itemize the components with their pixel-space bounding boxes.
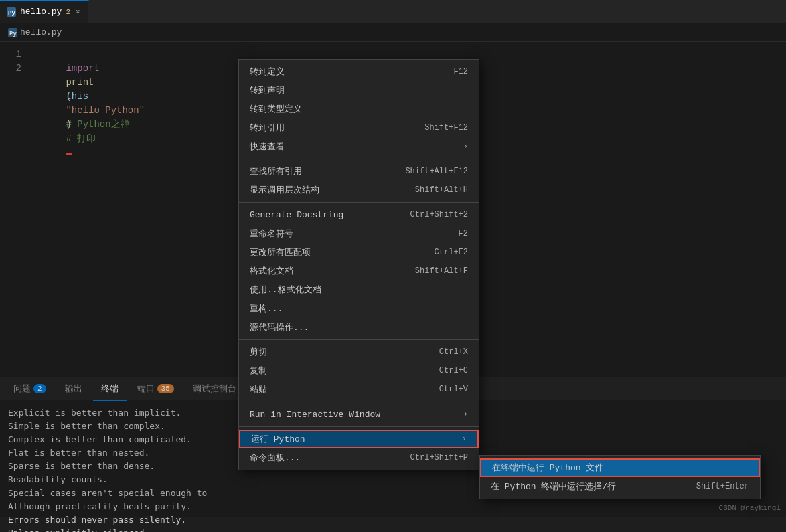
- menu-item-source-action[interactable]: 源代码操作...: [239, 318, 479, 337]
- run-python-arrow: ›: [462, 434, 467, 444]
- menu-item-goto-type[interactable]: 转到类型定义: [239, 100, 479, 118]
- menu-item-refactor[interactable]: 重构...: [239, 299, 479, 318]
- context-menu: 转到定义 F12 转到声明 转到类型定义 转到引用 Shift+F12 快速查看…: [238, 59, 479, 470]
- separator-4: [239, 402, 479, 402]
- menu-label-find-all-ref: 查找所有引用: [250, 165, 394, 177]
- menu-item-goto-decl[interactable]: 转到声明: [239, 81, 479, 100]
- menu-label-command-palette: 命令面板...: [250, 452, 400, 464]
- menu-label-format-doc-with: 使用..格式化文档: [250, 284, 468, 296]
- watermark: CSDN @raykingl: [719, 504, 781, 512]
- menu-item-quick-look[interactable]: 快速查看 ›: [239, 137, 479, 156]
- menu-item-command-palette[interactable]: 命令面板... Ctrl+Shift+P: [239, 448, 479, 467]
- menu-label-quick-look: 快速查看: [250, 141, 458, 153]
- submenu-item-run-selection[interactable]: 在 Python 终端中运行选择/行 Shift+Enter: [480, 477, 760, 496]
- terminal-line-10: Unless explicitly silenced.: [8, 527, 778, 532]
- menu-label-rename: 重命名符号: [250, 228, 448, 240]
- quick-look-arrow: ›: [463, 142, 468, 151]
- menu-shortcut-rename: F2: [459, 229, 468, 238]
- menu-item-find-all-ref[interactable]: 查找所有引用 Shift+Alt+F12: [239, 162, 479, 181]
- menu-shortcut-copy: Ctrl+C: [439, 366, 468, 375]
- menu-item-run-interactive[interactable]: Run in Interactive Window ›: [239, 405, 479, 424]
- menu-label-goto-type: 转到类型定义: [250, 103, 468, 115]
- menu-label-goto-def: 转到定义: [250, 66, 443, 78]
- tab-filename: hello.py: [20, 7, 62, 17]
- tab-close-button[interactable]: ×: [74, 7, 82, 17]
- menu-shortcut-call-hierarchy: Shift+Alt+H: [415, 185, 468, 195]
- submenu-item-run-in-terminal[interactable]: 在终端中运行 Python 文件: [480, 458, 760, 477]
- menu-shortcut-find-all-ref: Shift+Alt+F12: [405, 167, 468, 176]
- tab-hello-py[interactable]: Py hello.py 2 ×: [0, 0, 89, 23]
- menu-label-run-interactive: Run in Interactive Window: [250, 410, 458, 420]
- menu-item-format-doc[interactable]: 格式化文档 Shift+Alt+F: [239, 262, 479, 280]
- submenu-shortcut-run-selection: Shift+Enter: [696, 482, 749, 491]
- submenu-label-run-in-terminal: 在终端中运行 Python 文件: [492, 462, 603, 474]
- menu-item-call-hierarchy[interactable]: 显示调用层次结构 Shift+Alt+H: [239, 181, 479, 199]
- menu-label-cut: 剪切: [250, 346, 428, 358]
- menu-item-gen-docstring[interactable]: Generate Docstring Ctrl+Shift+2: [239, 205, 479, 224]
- menu-item-format-doc-with[interactable]: 使用..格式化文档: [239, 280, 479, 299]
- menu-shortcut-change-all: Ctrl+F2: [435, 248, 468, 257]
- menu-shortcut-command-palette: Ctrl+Shift+P: [410, 453, 468, 462]
- submenu-run-python: 在终端中运行 Python 文件 在 Python 终端中运行选择/行 Shif…: [479, 455, 761, 499]
- separator-3: [239, 339, 479, 340]
- python-file-icon: Py: [7, 7, 16, 17]
- menu-item-goto-def[interactable]: 转到定义 F12: [239, 62, 479, 81]
- menu-label-call-hierarchy: 显示调用层次结构: [250, 184, 404, 196]
- menu-item-paste[interactable]: 粘贴 Ctrl+V: [239, 380, 479, 399]
- run-interactive-arrow: ›: [463, 410, 468, 419]
- separator-2: [239, 202, 479, 203]
- svg-text:Py: Py: [8, 10, 15, 17]
- menu-label-run-python: 运行 Python: [251, 433, 457, 445]
- menu-shortcut-goto-ref: Shift+F12: [424, 123, 468, 132]
- menu-shortcut-goto-def: F12: [453, 67, 468, 76]
- menu-label-gen-docstring: Generate Docstring: [250, 210, 400, 220]
- separator-1: [239, 159, 479, 159]
- menu-label-change-all: 更改所有匹配项: [250, 246, 424, 258]
- submenu-label-run-selection: 在 Python 终端中运行选择/行: [491, 480, 616, 493]
- menu-item-cut[interactable]: 剪切 Ctrl+X: [239, 343, 479, 361]
- menu-label-refactor: 重构...: [250, 302, 468, 315]
- menu-item-copy[interactable]: 复制 Ctrl+C: [239, 361, 479, 380]
- tab-modified-count: 2: [66, 8, 70, 16]
- separator-5: [239, 426, 479, 427]
- menu-label-copy: 复制: [250, 365, 428, 377]
- menu-shortcut-gen-docstring: Ctrl+Shift+2: [410, 210, 468, 219]
- menu-label-paste: 粘贴: [250, 383, 428, 395]
- menu-shortcut-cut: Ctrl+X: [439, 347, 468, 357]
- menu-label-goto-ref: 转到引用: [250, 122, 414, 134]
- menu-item-goto-ref[interactable]: 转到引用 Shift+F12: [239, 118, 479, 137]
- menu-shortcut-paste: Ctrl+V: [439, 385, 468, 394]
- menu-label-format-doc: 格式化文档: [250, 265, 404, 277]
- tab-bar: Py hello.py 2 ×: [0, 0, 786, 23]
- menu-label-goto-decl: 转到声明: [250, 84, 468, 96]
- menu-item-change-all[interactable]: 更改所有匹配项 Ctrl+F2: [239, 243, 479, 262]
- menu-item-rename[interactable]: 重命名符号 F2: [239, 224, 479, 243]
- menu-item-run-python[interactable]: 运行 Python ›: [239, 430, 479, 448]
- menu-shortcut-format-doc: Shift+Alt+F: [415, 266, 468, 276]
- menu-label-source-action: 源代码操作...: [250, 321, 468, 333]
